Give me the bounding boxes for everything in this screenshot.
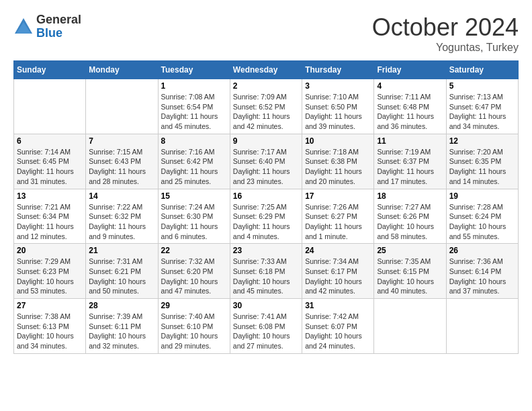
logo-general-text: General <box>36 13 81 27</box>
day-info: Sunrise: 7:39 AM Sunset: 6:11 PM Dayligh… <box>89 312 154 351</box>
weekday-header: Friday <box>374 61 446 79</box>
day-number: 6 <box>17 136 83 146</box>
day-number: 29 <box>161 301 227 310</box>
calendar-cell: 4Sunrise: 7:11 AM Sunset: 6:48 PM Daylig… <box>374 79 446 134</box>
calendar-cell: 3Sunrise: 7:10 AM Sunset: 6:50 PM Daylig… <box>302 79 374 134</box>
calendar-cell: 2Sunrise: 7:09 AM Sunset: 6:52 PM Daylig… <box>230 79 302 134</box>
calendar-cell: 17Sunrise: 7:26 AM Sunset: 6:27 PM Dayli… <box>302 189 374 244</box>
day-number: 16 <box>233 191 299 201</box>
day-info: Sunrise: 7:17 AM Sunset: 6:40 PM Dayligh… <box>233 147 299 187</box>
calendar-cell: 8Sunrise: 7:16 AM Sunset: 6:42 PM Daylig… <box>158 134 230 189</box>
day-number: 19 <box>449 191 515 201</box>
day-number: 20 <box>17 246 83 255</box>
calendar-cell: 21Sunrise: 7:31 AM Sunset: 6:21 PM Dayli… <box>86 244 158 299</box>
calendar-cell: 9Sunrise: 7:17 AM Sunset: 6:40 PM Daylig… <box>230 134 302 189</box>
day-number: 31 <box>305 301 371 310</box>
calendar-cell: 15Sunrise: 7:24 AM Sunset: 6:30 PM Dayli… <box>158 189 230 244</box>
day-info: Sunrise: 7:35 AM Sunset: 6:15 PM Dayligh… <box>377 257 443 296</box>
day-number: 9 <box>233 136 299 146</box>
day-number: 14 <box>89 191 154 201</box>
day-info: Sunrise: 7:24 AM Sunset: 6:30 PM Dayligh… <box>161 202 227 242</box>
calendar-cell: 19Sunrise: 7:28 AM Sunset: 6:24 PM Dayli… <box>446 189 518 244</box>
day-info: Sunrise: 7:14 AM Sunset: 6:45 PM Dayligh… <box>17 147 83 187</box>
day-number: 27 <box>17 301 83 310</box>
day-number: 2 <box>233 81 299 91</box>
calendar-cell: 29Sunrise: 7:40 AM Sunset: 6:10 PM Dayli… <box>158 299 230 354</box>
calendar-table: SundayMondayTuesdayWednesdayThursdayFrid… <box>13 60 519 354</box>
day-number: 30 <box>233 301 299 310</box>
calendar-cell: 18Sunrise: 7:27 AM Sunset: 6:26 PM Dayli… <box>374 189 446 244</box>
day-number: 1 <box>161 81 227 91</box>
calendar-cell: 30Sunrise: 7:41 AM Sunset: 6:08 PM Dayli… <box>230 299 302 354</box>
calendar-cell: 13Sunrise: 7:21 AM Sunset: 6:34 PM Dayli… <box>14 189 86 244</box>
day-info: Sunrise: 7:16 AM Sunset: 6:42 PM Dayligh… <box>161 147 227 187</box>
day-number: 7 <box>89 136 154 146</box>
day-number: 10 <box>305 136 371 146</box>
calendar-cell: 25Sunrise: 7:35 AM Sunset: 6:15 PM Dayli… <box>374 244 446 299</box>
day-number: 8 <box>161 136 227 146</box>
day-number: 12 <box>449 136 515 146</box>
day-info: Sunrise: 7:26 AM Sunset: 6:27 PM Dayligh… <box>305 202 371 242</box>
calendar-week-row: 6Sunrise: 7:14 AM Sunset: 6:45 PM Daylig… <box>14 134 519 189</box>
day-number: 24 <box>305 246 371 255</box>
weekday-header: Wednesday <box>230 61 302 79</box>
calendar-week-row: 1Sunrise: 7:08 AM Sunset: 6:54 PM Daylig… <box>14 79 519 134</box>
day-info: Sunrise: 7:34 AM Sunset: 6:17 PM Dayligh… <box>305 257 371 296</box>
day-number: 15 <box>161 191 227 201</box>
calendar-cell: 12Sunrise: 7:20 AM Sunset: 6:35 PM Dayli… <box>446 134 518 189</box>
page-header: General Blue October 2024 Yoguntas, Turk… <box>13 13 519 54</box>
calendar-cell: 5Sunrise: 7:13 AM Sunset: 6:47 PM Daylig… <box>446 79 518 134</box>
calendar-cell <box>86 79 158 134</box>
logo-text: General Blue <box>36 13 81 40</box>
weekday-header: Monday <box>86 61 158 79</box>
weekday-header: Thursday <box>302 61 374 79</box>
day-info: Sunrise: 7:41 AM Sunset: 6:08 PM Dayligh… <box>233 312 299 351</box>
day-number: 26 <box>449 246 515 255</box>
day-info: Sunrise: 7:28 AM Sunset: 6:24 PM Dayligh… <box>449 202 515 242</box>
day-info: Sunrise: 7:18 AM Sunset: 6:38 PM Dayligh… <box>305 147 371 187</box>
day-info: Sunrise: 7:09 AM Sunset: 6:52 PM Dayligh… <box>233 92 299 132</box>
calendar-cell: 31Sunrise: 7:42 AM Sunset: 6:07 PM Dayli… <box>302 299 374 354</box>
day-info: Sunrise: 7:33 AM Sunset: 6:18 PM Dayligh… <box>233 257 299 296</box>
calendar-cell: 1Sunrise: 7:08 AM Sunset: 6:54 PM Daylig… <box>158 79 230 134</box>
day-info: Sunrise: 7:29 AM Sunset: 6:23 PM Dayligh… <box>17 257 83 296</box>
calendar-cell: 16Sunrise: 7:25 AM Sunset: 6:29 PM Dayli… <box>230 189 302 244</box>
day-number: 21 <box>89 246 154 255</box>
day-number: 23 <box>233 246 299 255</box>
day-number: 4 <box>377 81 443 91</box>
calendar-cell: 10Sunrise: 7:18 AM Sunset: 6:38 PM Dayli… <box>302 134 374 189</box>
calendar-week-row: 27Sunrise: 7:38 AM Sunset: 6:13 PM Dayli… <box>14 299 519 354</box>
calendar-week-row: 20Sunrise: 7:29 AM Sunset: 6:23 PM Dayli… <box>14 244 519 299</box>
calendar-cell <box>446 299 518 354</box>
day-info: Sunrise: 7:22 AM Sunset: 6:32 PM Dayligh… <box>89 202 154 242</box>
day-info: Sunrise: 7:42 AM Sunset: 6:07 PM Dayligh… <box>305 312 371 351</box>
calendar-cell: 26Sunrise: 7:36 AM Sunset: 6:14 PM Dayli… <box>446 244 518 299</box>
day-info: Sunrise: 7:19 AM Sunset: 6:37 PM Dayligh… <box>377 147 443 187</box>
day-number: 13 <box>17 191 83 201</box>
calendar-cell: 7Sunrise: 7:15 AM Sunset: 6:43 PM Daylig… <box>86 134 158 189</box>
calendar-cell: 14Sunrise: 7:22 AM Sunset: 6:32 PM Dayli… <box>86 189 158 244</box>
calendar-cell: 6Sunrise: 7:14 AM Sunset: 6:45 PM Daylig… <box>14 134 86 189</box>
day-number: 28 <box>89 301 154 310</box>
day-info: Sunrise: 7:40 AM Sunset: 6:10 PM Dayligh… <box>161 312 227 351</box>
calendar-cell: 24Sunrise: 7:34 AM Sunset: 6:17 PM Dayli… <box>302 244 374 299</box>
day-info: Sunrise: 7:15 AM Sunset: 6:43 PM Dayligh… <box>89 147 154 187</box>
day-info: Sunrise: 7:31 AM Sunset: 6:21 PM Dayligh… <box>89 257 154 296</box>
weekday-header-row: SundayMondayTuesdayWednesdayThursdayFrid… <box>14 61 519 79</box>
day-info: Sunrise: 7:36 AM Sunset: 6:14 PM Dayligh… <box>449 257 515 296</box>
day-info: Sunrise: 7:25 AM Sunset: 6:29 PM Dayligh… <box>233 202 299 242</box>
calendar-cell <box>14 79 86 134</box>
day-info: Sunrise: 7:13 AM Sunset: 6:47 PM Dayligh… <box>449 92 515 132</box>
calendar-week-row: 13Sunrise: 7:21 AM Sunset: 6:34 PM Dayli… <box>14 189 519 244</box>
logo: General Blue <box>13 13 81 40</box>
weekday-header: Tuesday <box>158 61 230 79</box>
calendar-cell: 22Sunrise: 7:32 AM Sunset: 6:20 PM Dayli… <box>158 244 230 299</box>
day-info: Sunrise: 7:38 AM Sunset: 6:13 PM Dayligh… <box>17 312 83 351</box>
logo-icon <box>13 17 34 37</box>
calendar-cell: 20Sunrise: 7:29 AM Sunset: 6:23 PM Dayli… <box>14 244 86 299</box>
day-number: 5 <box>449 81 515 91</box>
day-info: Sunrise: 7:21 AM Sunset: 6:34 PM Dayligh… <box>17 202 83 242</box>
weekday-header: Sunday <box>14 61 86 79</box>
logo-blue-text: Blue <box>36 27 81 40</box>
day-info: Sunrise: 7:10 AM Sunset: 6:50 PM Dayligh… <box>305 92 371 132</box>
